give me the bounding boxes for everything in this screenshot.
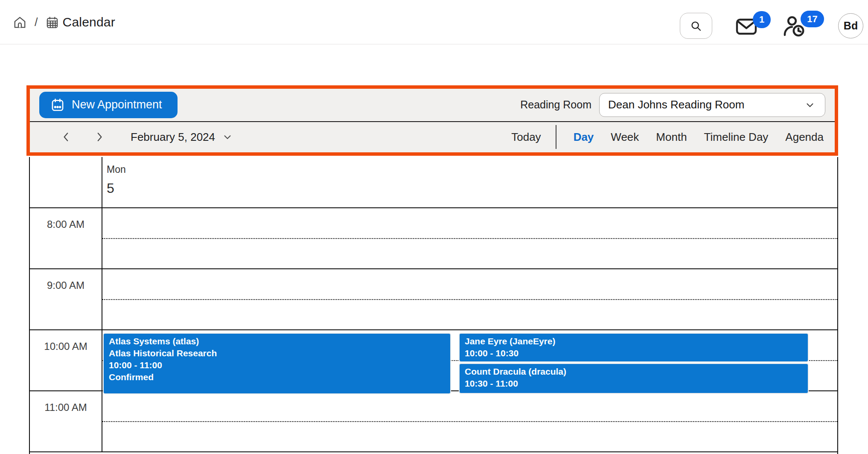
appointment-atlas-systems[interactable]: Atlas Systems (atlas) Atlas Historical R… [104,334,450,393]
avatar[interactable]: Bd [838,13,863,38]
event-subtitle: Atlas Historical Research [109,347,447,359]
date-picker[interactable]: February 5, 2024 [131,131,233,144]
view-tab-timeline-day[interactable]: Timeline Day [704,131,769,144]
view-tab-week[interactable]: Week [611,131,639,144]
hour-row-8am: 8:00 AM [30,208,837,269]
breadcrumb: / Calendar [13,0,115,44]
day-view-grid: Mon 5 8:00 AM 9:00 AM 10:00 AM 11:00 AM … [29,157,838,454]
time-slot-cell[interactable] [102,269,837,329]
chevron-right-icon [93,130,106,144]
view-tab-agenda[interactable]: Agenda [785,131,824,144]
home-icon[interactable] [13,15,27,29]
previous-day-button[interactable] [55,130,77,144]
hour-row-9am: 9:00 AM [30,269,837,330]
toolbar-row-navigation: February 5, 2024 Today Day Week Month Ti… [30,122,835,152]
mail-button[interactable]: 1 [734,15,759,38]
view-tab-day[interactable]: Day [574,131,594,144]
view-tab-month[interactable]: Month [656,131,687,144]
scheduler-toolbar-highlight: New Appointment Reading Room Dean Johns … [26,85,838,156]
new-appointment-icon [50,98,65,112]
time-slot-cell[interactable] [102,208,837,268]
appointments-badge: 17 [801,11,824,27]
event-title: Count Dracula (dracula) [465,366,804,378]
time-label: 10:00 AM [30,330,102,390]
reading-room-label: Reading Room [520,99,591,111]
time-label: 11:00 AM [30,391,102,451]
chevron-down-icon [804,99,816,111]
appointments-button[interactable]: 17 [782,15,807,38]
half-hour-line [102,238,837,239]
appointment-count-dracula[interactable]: Count Dracula (dracula) 10:30 - 11:00 [460,364,808,393]
half-hour-line [102,299,837,300]
event-time: 10:30 - 11:00 [465,378,804,390]
appointment-jane-eyre[interactable]: Jane Eyre (JaneEyre) 10:00 - 10:30 [460,334,808,361]
mail-badge: 1 [753,11,771,28]
event-status: Confirmed [109,371,447,383]
current-date-label: February 5, 2024 [131,131,215,144]
day-name: Mon [107,164,837,175]
view-switcher: Today Day Week Month Timeline Day Agenda [511,125,824,149]
search-icon [690,20,702,32]
top-header-bar: / Calendar [0,0,868,44]
event-title: Jane Eyre (JaneEyre) [465,335,804,347]
breadcrumb-separator: / [35,16,38,29]
time-label: 8:00 AM [30,208,102,268]
toolbar-row-appointment: New Appointment Reading Room Dean Johns … [30,89,835,122]
chevron-down-icon [222,131,233,143]
day-header-row: Mon 5 [30,157,837,208]
time-slot-cell[interactable] [102,391,837,451]
time-label: 9:00 AM [30,269,102,329]
event-title: Atlas Systems (atlas) [109,335,447,347]
new-appointment-label: New Appointment [72,98,162,111]
reading-room-select[interactable]: Dean Johns Reading Room [599,93,825,117]
day-header-cell[interactable]: Mon 5 [102,157,837,207]
today-button[interactable]: Today [511,131,541,144]
day-number: 5 [107,180,837,196]
calendar-grid-icon [46,16,59,29]
search-button[interactable] [680,13,712,39]
new-appointment-button[interactable]: New Appointment [39,92,178,118]
view-divider [556,125,556,149]
chevron-left-icon [60,130,73,144]
next-day-button[interactable] [89,130,110,144]
hour-row-11am: 11:00 AM [30,391,837,452]
reading-room-selected-value: Dean Johns Reading Room [608,98,744,111]
page-title: Calendar [63,15,115,29]
half-hour-line [102,421,837,422]
time-gutter-header [30,157,102,207]
event-time: 10:00 - 11:00 [109,359,447,371]
event-time: 10:00 - 10:30 [465,347,804,359]
